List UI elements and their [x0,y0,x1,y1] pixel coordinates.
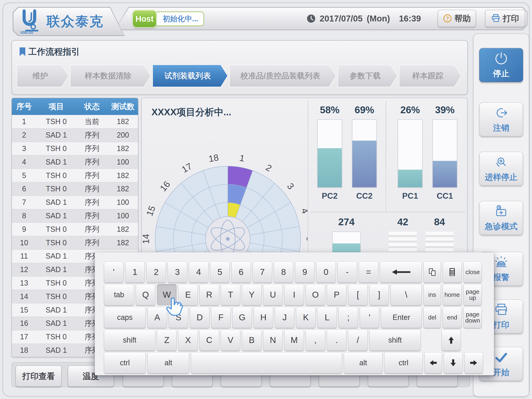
key-I[interactable]: I [284,284,304,305]
key-\[interactable]: \ [391,284,422,305]
svg-text:5: 5 [305,236,307,242]
key-end[interactable]: end [443,307,462,328]
table-cell: SAD 1 [36,252,76,260]
key-'[interactable]: ' [104,262,124,283]
table-cell: 12 [12,265,36,274]
stack-value: 42 [387,216,418,228]
arrow-up-key[interactable] [442,329,461,351]
key-ins[interactable]: ins [423,284,441,305]
key-N[interactable]: N [263,329,283,351]
key-U[interactable]: U [263,284,283,305]
sidebar-emergency-button[interactable]: 急诊模式 [479,201,523,235]
key-Y[interactable]: Y [242,284,261,305]
key-Enter[interactable]: Enter [381,307,422,328]
key-4[interactable]: 4 [189,262,209,283]
key-shift[interactable]: shift [104,329,155,351]
key-5[interactable]: 5 [210,262,230,283]
key-,[interactable]: , [306,329,325,351]
table-row[interactable]: 10TSH 0序列182 [12,236,138,249]
app-window: UNID AG 联众泰克 初始化中... Host 2017/07/05 (Mo… [0,0,532,399]
header-print-button[interactable]: 打印 [485,10,525,27]
key-ctrl[interactable]: ctrl [104,352,146,373]
key-T[interactable]: T [221,284,240,305]
key-C[interactable]: C [199,329,219,351]
sidebar-power-button[interactable]: 停止 [479,48,523,82]
key-del[interactable]: del [423,307,441,328]
key-1[interactable]: 1 [125,262,145,283]
table-row[interactable]: 7SAD 1序列100 [12,196,138,209]
key-caps[interactable]: caps [104,307,146,328]
backspace-key[interactable] [380,262,422,283]
workflow-tab-5[interactable]: 参数下载 [338,64,398,87]
workflow-tab-label: 维护 [32,71,48,81]
arrow-right-key[interactable] [464,352,483,373]
table-row[interactable]: 6TSH 0序列182 [12,182,138,196]
key--[interactable]: - [337,262,357,283]
table-row[interactable]: 4SAD 1序列100 [12,155,138,169]
table-row[interactable]: 1TSH 0当前182 [12,115,138,128]
arrow-down-key[interactable] [443,352,463,373]
unidiag-logo-icon: UNID AG [19,9,43,34]
workflow-tab-1[interactable]: 维护 [17,64,69,87]
workflow-tab-2[interactable]: 样本数据清除 [70,64,151,87]
workflow-tab-4[interactable]: 校准品/质控品装载列表 [229,64,336,87]
key-home[interactable]: home [443,284,462,305]
svg-text:14: 14 [142,234,151,244]
table-row[interactable]: 3TSH 0序列182 [12,142,138,155]
table-row[interactable]: 8SAD 1序列100 [12,209,138,222]
key-P[interactable]: P [327,284,346,305]
key-alt[interactable]: alt [344,352,383,373]
workflow-tab-3[interactable]: 试剂装载列表 [152,64,228,87]
key-9[interactable]: 9 [295,262,315,283]
key-G[interactable]: G [232,307,252,328]
key-6[interactable]: 6 [231,262,251,283]
key-3[interactable]: 3 [168,262,187,283]
key-tab[interactable]: tab [104,284,134,305]
help-button[interactable]: ? 帮助 [438,10,476,27]
switch-windows-key[interactable] [423,262,441,283]
key-V[interactable]: V [221,329,240,351]
key-][interactable]: ] [369,284,389,305]
table-row[interactable]: 5TSH 0序列182 [12,169,138,182]
svg-text:1: 1 [239,153,245,164]
key-0[interactable]: 0 [316,262,336,283]
key-7[interactable]: 7 [253,262,272,283]
key-[[interactable]: [ [348,284,368,305]
key-B[interactable]: B [242,329,261,351]
close-key[interactable]: close [463,262,482,283]
sidebar-sample-stop-button[interactable]: 进样停止 [479,152,523,186]
table-row[interactable]: 9TSH 0序列182 [12,222,138,236]
key-page up[interactable]: page up [463,284,482,305]
key-ctrl[interactable]: ctrl [384,352,423,373]
calculator-key[interactable] [443,262,462,283]
print-view-button[interactable]: 打印查看 [16,366,62,387]
key-F[interactable]: F [211,307,231,328]
key-H[interactable]: H [253,307,273,328]
space-key[interactable] [191,352,342,373]
key-K[interactable]: K [296,307,316,328]
keyboard-row-3: capsASDFGHJKL;'Enterdelendpage down [104,307,485,328]
key-Z[interactable]: Z [157,329,177,351]
key-R[interactable]: R [199,284,219,305]
key-shift[interactable]: shift [369,329,421,351]
key-L[interactable]: L [317,307,337,328]
key-Q[interactable]: Q [136,284,155,305]
key-'[interactable]: ' [360,307,379,328]
table-row[interactable]: 2SAD 1序列200 [12,128,138,142]
key-8[interactable]: 8 [274,262,293,283]
key-X[interactable]: X [178,329,198,351]
workflow-tab-6[interactable]: 样本跟踪 [399,64,462,87]
key-;[interactable]: ; [338,307,358,328]
key-page down[interactable]: page down [463,307,482,328]
key-.[interactable]: . [327,329,346,351]
key-=[interactable]: = [359,262,378,283]
arrow-left-key[interactable] [424,352,442,373]
key-2[interactable]: 2 [146,262,166,283]
key-M[interactable]: M [284,329,304,351]
sidebar-logout-button[interactable]: 注销 [479,102,523,136]
key-/[interactable]: / [348,329,368,351]
key-D[interactable]: D [190,307,209,328]
key-alt[interactable]: alt [147,352,189,373]
key-J[interactable]: J [275,307,294,328]
key-O[interactable]: O [306,284,325,305]
